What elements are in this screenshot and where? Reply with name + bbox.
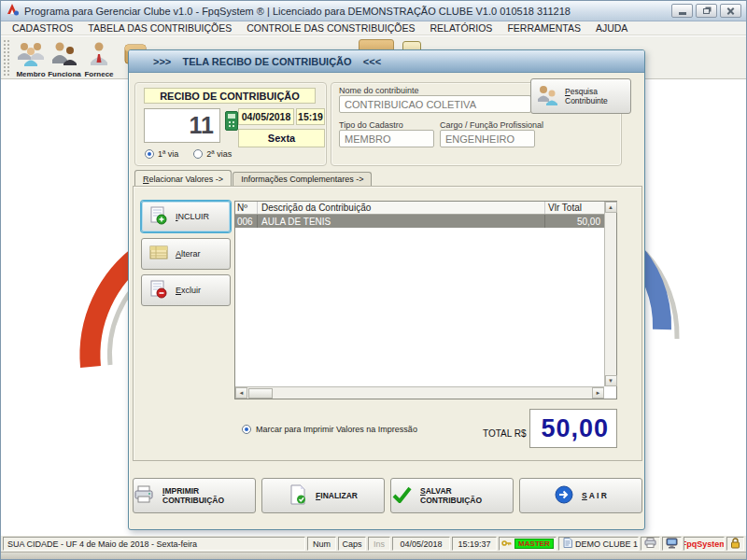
dialog-title-bar[interactable]: >>> TELA RECIBO DE CONTRIBUIÇÃO <<<: [129, 50, 644, 73]
tab-panel: INCLUIR Alterar Excluir Nº Descrição da …: [133, 186, 642, 461]
status-time: 15:19:37: [452, 537, 497, 551]
menu-controle-contribuicoes[interactable]: CONTROLE DAS CONSTRIBUIÇÕES: [239, 22, 422, 34]
contributions-table: Nº Descrição da Contribuição Vlr Total 0…: [234, 201, 617, 399]
column-valor-total[interactable]: Vlr Total: [545, 202, 603, 214]
incluir-label: INCLUIR: [176, 212, 209, 221]
via-options: 1ª via 2ª vias: [145, 149, 232, 159]
menu-tabela-contribuicoes[interactable]: TABELA DAS CONTRIBUIÇÕES: [80, 22, 239, 34]
toolbar-funcionario-button[interactable]: Funciona: [46, 38, 83, 78]
toolbar-membro-label: Membro: [16, 70, 45, 78]
salvar-label: SALVAR CONTRIBUIÇÃO: [420, 486, 513, 505]
printer-small-icon: [644, 538, 656, 550]
calculator-icon[interactable]: [225, 111, 238, 131]
window-bottom-frame: [1, 552, 746, 559]
minimize-button[interactable]: [671, 4, 693, 18]
status-network-segment[interactable]: [662, 537, 682, 551]
employees-icon: [50, 41, 78, 70]
salvar-contribuicao-button[interactable]: SALVAR CONTRIBUIÇÃO: [390, 478, 514, 513]
restore-button[interactable]: [696, 4, 717, 18]
column-descricao[interactable]: Descrição da Contribuição: [258, 202, 545, 214]
status-client: DEMO CLUBE 1.0: [575, 539, 639, 549]
sair-button[interactable]: S A I R: [519, 478, 642, 513]
contributor-role-field[interactable]: ENGENHEIRO: [440, 130, 535, 147]
window-title: Programa para Gerenciar Clube v1.0 - Fpq…: [24, 6, 667, 17]
incluir-button[interactable]: INCLUIR: [141, 201, 231, 232]
radio-segunda-via[interactable]: 2ª vias: [193, 149, 232, 159]
status-lock-segment[interactable]: [726, 537, 744, 551]
vertical-scrollbar[interactable]: ▲ ▼: [604, 202, 616, 386]
receipt-weekday-field: Sexta: [238, 129, 325, 147]
imprimir-contribuicao-button[interactable]: IMPRIMIR CONTRIBUIÇÃO: [133, 478, 256, 513]
excluir-label: Excluir: [176, 286, 201, 295]
exit-arrow-icon: [555, 485, 573, 506]
edit-record-icon: [149, 245, 168, 263]
table-row-selected[interactable]: 006 AULA DE TENIS 50,00: [235, 215, 616, 228]
status-printer-segment[interactable]: [641, 537, 660, 551]
scroll-left-icon[interactable]: ◄: [235, 387, 247, 399]
scroll-right-icon[interactable]: ►: [592, 387, 604, 399]
radio-primeira-via[interactable]: 1ª via: [145, 149, 178, 159]
status-user-segment: MASTER: [499, 537, 557, 551]
padlock-icon: [730, 538, 740, 551]
horizontal-scrollbar[interactable]: ◄ ►: [235, 386, 604, 399]
alterar-label: Alterar: [176, 249, 201, 259]
toolbar-fornecedor-label: Fornece: [84, 70, 113, 78]
imprimir-label: IMPRIMIR CONTRIBUIÇÃO: [162, 486, 255, 505]
scroll-down-icon[interactable]: ▼: [605, 375, 617, 386]
sair-label: S A I R: [582, 491, 607, 500]
radio-dot-unselected: [193, 149, 203, 159]
toolbar-fornecedor-button[interactable]: Fornece: [80, 38, 118, 78]
pesquisa-contribuinte-button[interactable]: Pesquisa Contribuinte: [530, 78, 631, 114]
green-check-icon: [391, 486, 412, 505]
print-option-label: Marcar para Imprimir Valores na Impressã…: [256, 425, 417, 434]
total-label: TOTAL R$: [483, 428, 527, 439]
contributor-name-field[interactable]: CONTRIBUICAO COLETIVA: [339, 95, 531, 113]
monitor-icon: [666, 538, 678, 551]
finalizar-button[interactable]: FINALIZAR: [261, 478, 385, 513]
app-logo-icon: [6, 3, 20, 20]
radio-dot-selected: [145, 149, 154, 159]
supplier-icon: [87, 41, 111, 70]
status-date: 04/05/2018: [392, 537, 450, 551]
status-client-segment: DEMO CLUBE 1.0: [558, 537, 639, 551]
excluir-button[interactable]: Excluir: [141, 274, 231, 306]
add-record-icon: [149, 206, 168, 227]
client-doc-icon: [563, 538, 572, 550]
menu-bar: CADASTROS TABELA DAS CONTRIBUIÇÕES CONTR…: [1, 21, 746, 35]
print-option-radio: [242, 425, 251, 434]
radio-primeira-via-label: 1ª via: [158, 149, 178, 159]
contributor-type-field[interactable]: MEMBRO: [339, 130, 434, 147]
table-header: Nº Descrição da Contribuição Vlr Total: [235, 202, 616, 215]
status-location: SUA CIDADE - UF 4 de Maio de 2018 - Sext…: [3, 537, 305, 551]
status-capslock: Caps: [338, 537, 366, 551]
receipt-number-field[interactable]: 11: [144, 108, 220, 143]
receipt-header: RECIBO DE CONTRIBUIÇÃO: [144, 88, 316, 104]
finalizar-label: FINALIZAR: [316, 491, 358, 500]
tab-relacionar-valores[interactable]: Relacionar Valores ->: [134, 170, 232, 186]
menu-ferramentas[interactable]: FERRAMENTAS: [500, 22, 588, 34]
toolbar-membro-button[interactable]: Membro: [12, 38, 49, 78]
menu-cadastros[interactable]: CADASTROS: [5, 22, 80, 34]
alterar-button[interactable]: Alterar: [141, 238, 231, 270]
cell-valor: 50,00: [545, 215, 603, 228]
column-numero[interactable]: Nº: [235, 202, 258, 214]
members-icon: [16, 41, 46, 70]
toolbar-gripper[interactable]: [3, 39, 10, 76]
menu-ajuda[interactable]: AJUDA: [588, 22, 635, 34]
tab-informacoes-complementares[interactable]: Informações Complementares ->: [233, 172, 372, 186]
menu-relatorios[interactable]: RELATÓRIOS: [422, 22, 500, 34]
print-values-option[interactable]: Marcar para Imprimir Valores na Impressã…: [242, 425, 417, 434]
recibo-dialog: >>> TELA RECIBO DE CONTRIBUIÇÃO <<< RECI…: [128, 49, 645, 530]
tab-strip: Relacionar Valores -> Informações Comple…: [134, 170, 373, 186]
contributor-type-label: Tipo do Cadastro: [339, 120, 403, 130]
receipt-date-field[interactable]: 04/05/2018: [238, 108, 294, 125]
app-window: Programa para Gerenciar Clube v1.0 - Fpq…: [0, 0, 747, 560]
total-value: 50,00: [529, 409, 617, 448]
pesquisa-contribuinte-label: Pesquisa Contribuinte: [565, 87, 630, 105]
close-button[interactable]: [720, 4, 741, 18]
scrollbar-thumb[interactable]: [248, 388, 273, 399]
scroll-up-icon[interactable]: ▲: [605, 202, 617, 213]
status-brand: FpqSystem: [684, 537, 725, 551]
status-numlock: Num: [307, 537, 336, 551]
receipt-time-field[interactable]: 15:19: [296, 108, 325, 125]
